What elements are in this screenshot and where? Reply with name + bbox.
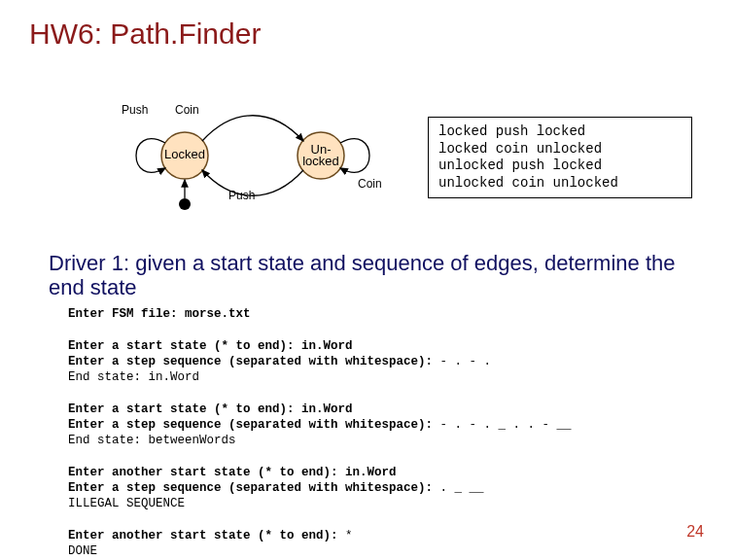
console-line: End state: betweenWords — [68, 434, 236, 447]
driver-description: Driver 1: given a start state and sequen… — [49, 251, 710, 300]
console-value: * — [345, 529, 353, 542]
console-value: - . - . — [440, 355, 492, 368]
edge-label-push-bottom: Push — [228, 189, 255, 202]
console-value: in.Word — [301, 339, 353, 353]
console-line: DONE — [68, 544, 97, 558]
start-dot — [179, 198, 191, 210]
console-prompt: Enter a start state (* to end): — [68, 402, 301, 416]
console-prompt: Enter FSM file: — [68, 307, 185, 321]
console-output: Enter FSM file: morse.txt Enter a start … — [68, 306, 690, 559]
console-line: ILLEGAL SEQUENCE — [68, 497, 185, 510]
console-value: in.Word — [301, 402, 353, 416]
console-value: - . - . _ . . - __ — [440, 418, 572, 432]
state-locked-label: Locked — [164, 147, 205, 161]
edge-label-push-top: Push — [122, 103, 148, 117]
console-value: in.Word — [345, 466, 397, 479]
slide: HW6: Path.Finder Locked Un- locked Push … — [0, 0, 735, 560]
slide-title: HW6: Path.Finder — [29, 18, 261, 51]
edge-label-coin-top: Coin — [175, 103, 199, 117]
page-number: 24 — [686, 523, 704, 541]
console-prompt: Enter a start state (* to end): — [68, 339, 301, 353]
edge-locked-coin — [202, 116, 303, 141]
console-prompt: Enter another start state (* to end): — [68, 466, 345, 479]
edge-label-coin-bottom: Coin — [358, 177, 382, 191]
fsm-diagram: Locked Un- locked Push Coin Coin Push — [117, 102, 379, 209]
console-value: morse.txt — [185, 307, 251, 321]
state-unlocked-label-2: locked — [302, 154, 339, 168]
console-value: . _ __ — [440, 481, 484, 495]
transitions-box: locked push locked locked coin unlocked … — [428, 117, 692, 198]
console-prompt: Enter a step sequence (separated with wh… — [68, 418, 440, 432]
console-prompt: Enter a step sequence (separated with wh… — [68, 355, 440, 368]
console-line: End state: in.Word — [68, 370, 199, 384]
console-prompt: Enter another start state (* to end): — [68, 529, 345, 542]
console-prompt: Enter a step sequence (separated with wh… — [68, 481, 440, 495]
